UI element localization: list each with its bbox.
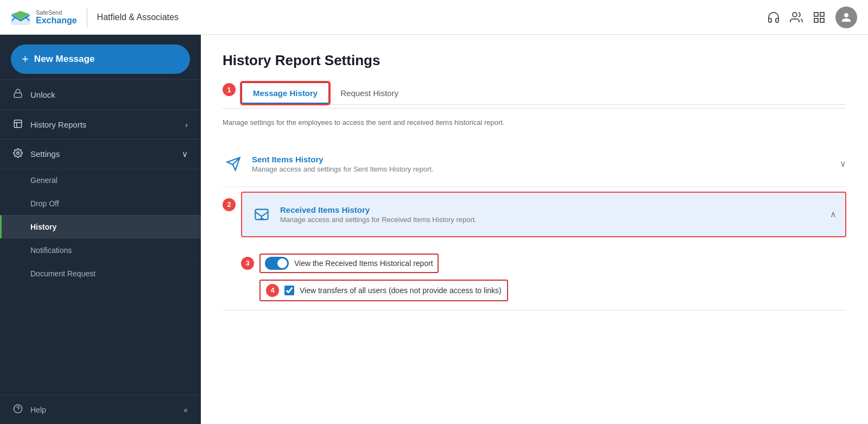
- history-reports-icon: [13, 119, 23, 130]
- tab-request-history[interactable]: Request History: [330, 83, 409, 103]
- view-transfers-checkbox[interactable]: [284, 286, 294, 295]
- svg-rect-6: [14, 93, 22, 97]
- sidebar-sub-item-document-request[interactable]: Document Request: [0, 262, 201, 285]
- apps-icon-button[interactable]: [813, 11, 826, 24]
- tabs-row: Message History Request History: [241, 82, 846, 105]
- step-badge-3: 3: [241, 257, 254, 270]
- toggle-switch[interactable]: [265, 257, 289, 270]
- org-name: Hatfield & Associates: [97, 12, 179, 22]
- general-label: General: [30, 176, 58, 185]
- sidebar: + New Message Unlock History Reports ›: [0, 35, 201, 424]
- history-reports-chevron-icon: ›: [185, 120, 188, 129]
- tab-request-history-label: Request History: [340, 88, 398, 98]
- sent-items-icon: [223, 153, 244, 175]
- received-items-chevron-icon: ∧: [830, 209, 837, 219]
- logo-text: SafeSend Exchange: [36, 9, 77, 26]
- step-badge-4: 4: [266, 284, 279, 297]
- toggle-label: View the Received Items Historical repor…: [294, 259, 433, 268]
- svg-rect-3: [820, 12, 824, 16]
- sidebar-item-history-reports[interactable]: History Reports ›: [0, 110, 201, 139]
- sidebar-sub-item-history[interactable]: History: [0, 215, 201, 238]
- headset-icon-button[interactable]: [767, 11, 780, 24]
- received-items-subtitle: Manage access and settings for Received …: [280, 216, 822, 224]
- collapse-icon: «: [183, 406, 188, 414]
- drop-off-label: Drop Off: [30, 199, 59, 208]
- logo-icon: [11, 10, 30, 25]
- top-header: SafeSend Exchange Hatfield & Associates: [0, 0, 868, 35]
- svg-rect-2: [814, 12, 818, 16]
- sidebar-item-settings[interactable]: Settings ∨: [0, 139, 201, 168]
- help-label: Help: [30, 406, 46, 414]
- logo-exchange: Exchange: [36, 16, 77, 26]
- user-avatar-button[interactable]: [835, 7, 857, 28]
- received-items-icon: [251, 204, 273, 225]
- notifications-label: Notifications: [30, 246, 72, 255]
- new-message-button[interactable]: + New Message: [11, 45, 190, 74]
- settings-label: Settings: [30, 149, 60, 159]
- svg-rect-7: [14, 120, 22, 128]
- unlock-label: Unlock: [30, 90, 55, 99]
- svg-rect-4: [814, 18, 818, 22]
- tab-description: Manage settings for the employees to acc…: [223, 117, 846, 128]
- sent-items-title: Sent Items History: [252, 155, 832, 164]
- users-icon-button[interactable]: [790, 11, 803, 24]
- new-message-label: New Message: [34, 54, 95, 65]
- received-items-expanded: 3 View the Received Items Historical rep…: [241, 239, 846, 308]
- sidebar-sub-item-notifications[interactable]: Notifications: [0, 238, 201, 262]
- lock-icon: [13, 88, 23, 101]
- received-items-header[interactable]: Received Items History Manage access and…: [251, 201, 837, 227]
- sidebar-help[interactable]: Help «: [0, 395, 201, 424]
- received-items-info: Received Items History Manage access and…: [280, 205, 822, 224]
- logo-area: SafeSend Exchange: [11, 9, 77, 26]
- received-items-title: Received Items History: [280, 205, 822, 214]
- main-layout: + New Message Unlock History Reports ›: [0, 35, 868, 424]
- main-content: History Report Settings 1 Message Histor…: [201, 35, 868, 424]
- settings-icon: [13, 148, 23, 160]
- step-badge-1: 1: [223, 83, 236, 96]
- sent-items-subtitle: Manage access and settings for Sent Item…: [252, 165, 832, 173]
- help-circle-icon: [13, 404, 23, 415]
- sidebar-sub-item-drop-off[interactable]: Drop Off: [0, 192, 201, 215]
- header-divider: [87, 8, 87, 27]
- tab-message-history[interactable]: Message History: [241, 82, 330, 104]
- tab-message-history-label: Message History: [253, 88, 318, 98]
- sidebar-sub-item-general[interactable]: General: [0, 168, 201, 192]
- svg-point-10: [17, 152, 20, 155]
- received-items-section: Received Items History Manage access and…: [241, 192, 846, 237]
- sent-items-chevron-icon: ∨: [840, 159, 846, 169]
- step-badge-2: 2: [223, 198, 236, 211]
- checkbox-label: View transfers of all users (does not pr…: [300, 286, 502, 295]
- header-actions: [767, 7, 857, 28]
- logo-safe: SafeSend: [36, 9, 77, 16]
- settings-chevron-icon: ∨: [182, 149, 188, 159]
- sidebar-item-unlock[interactable]: Unlock: [0, 79, 201, 110]
- sent-items-info: Sent Items History Manage access and set…: [252, 155, 832, 173]
- history-label: History: [30, 223, 56, 231]
- svg-rect-5: [820, 18, 824, 22]
- document-request-label: Document Request: [30, 269, 96, 278]
- page-title: History Report Settings: [223, 52, 846, 69]
- history-reports-label: History Reports: [30, 120, 86, 129]
- tabs-step-row: 1 Message History Request History: [223, 82, 846, 105]
- svg-point-1: [793, 12, 797, 17]
- sent-items-section: Sent Items History Manage access and set…: [223, 141, 846, 187]
- plus-icon: +: [22, 52, 29, 66]
- sent-items-header[interactable]: Sent Items History Manage access and set…: [223, 151, 846, 177]
